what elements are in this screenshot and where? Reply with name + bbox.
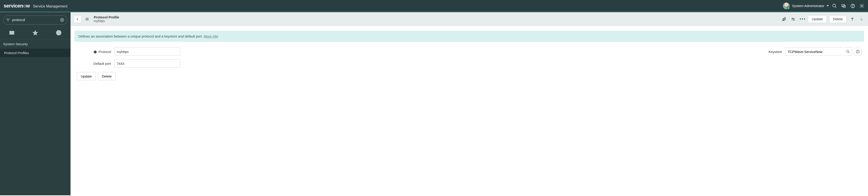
chat-icon[interactable] [841,3,846,8]
left-nav: System Security Protocol Profiles [0,12,70,195]
field-default-port: Default port [77,59,180,68]
svg-line-1 [835,6,836,7]
more-actions-icon[interactable] [799,16,806,23]
logo-text: servicenow [4,3,30,9]
form-title: Protocol Profile [94,15,119,19]
all-apps-icon[interactable] [9,30,15,36]
nav-filter-input[interactable] [12,18,58,22]
nav-item-protocol-profiles[interactable]: Protocol Profiles [0,48,70,57]
form-header: Protocol Profile myhttps Update Delete [70,12,868,26]
context-menu-icon[interactable] [84,16,91,23]
svg-rect-10 [9,31,14,34]
logo-part: service [4,3,20,9]
user-menu[interactable]: System Administrator [783,2,829,9]
label-protocol: ✱ Protocol [77,50,111,54]
nav-tab-row [0,26,70,39]
protocol-input[interactable] [114,47,180,56]
banner-icon-row [832,3,864,8]
avatar [783,2,790,9]
chevron-down-icon [827,5,829,7]
logo-part: w [26,3,30,9]
default-port-input[interactable] [114,59,180,68]
form-delete-button[interactable]: Delete [98,72,115,80]
logo-part: n [20,3,23,9]
nav-section-system-security[interactable]: System Security [0,39,70,48]
svg-point-19 [794,19,794,20]
form-title-block: Protocol Profile myhttps [94,15,119,23]
label-protocol-text: Protocol [98,50,111,54]
keystore-input[interactable] [785,47,842,56]
gear-icon[interactable] [859,3,864,8]
label-keystore: Keystore [748,50,782,54]
back-button[interactable] [74,15,82,23]
field-protocol: ✱ Protocol [77,47,180,56]
content: Defines an association between a unique … [70,26,868,85]
update-button[interactable]: Update [808,15,827,23]
form-body: ✱ Protocol Keystore [74,42,864,80]
info-text: Defines an association between a unique … [79,34,204,38]
field-keystore: Keystore [748,47,862,56]
info-bar: Defines an association between a unique … [74,31,864,42]
svg-point-0 [833,4,836,7]
search-icon[interactable] [832,3,837,8]
form-update-button[interactable]: Update [77,72,96,80]
help-icon[interactable] [850,3,855,8]
product-logo: servicenow Service Management [4,3,67,9]
form-subtitle: myhttps [94,19,119,23]
next-record-icon[interactable] [858,16,865,23]
clear-filter-icon[interactable] [60,18,64,23]
favorites-icon[interactable] [32,30,38,36]
keystore-lookup-button[interactable] [844,47,852,56]
svg-point-6 [861,5,863,7]
delete-button[interactable]: Delete [829,15,847,23]
history-icon[interactable] [56,30,62,36]
more-info-link[interactable]: More Info [204,34,218,38]
svg-line-23 [848,52,849,53]
svg-point-26 [858,51,858,51]
keystore-info-button[interactable] [854,48,862,56]
svg-point-22 [847,50,849,52]
funnel-icon [6,18,10,22]
personalize-icon[interactable] [790,16,797,23]
nav-filter[interactable] [3,15,67,25]
global-banner: servicenow Service Management System Adm… [0,0,868,12]
user-name: System Administrator [792,4,824,8]
label-default-port: Default port [77,62,111,65]
form-actions: Update Delete [77,72,862,80]
logo-part: o [23,3,26,9]
svg-point-17 [792,18,793,19]
main-area: Protocol Profile myhttps Update Delete [70,12,868,195]
logo-subtitle: Service Management [33,4,67,8]
attachment-icon[interactable] [781,16,787,23]
prev-record-icon[interactable] [849,16,856,23]
